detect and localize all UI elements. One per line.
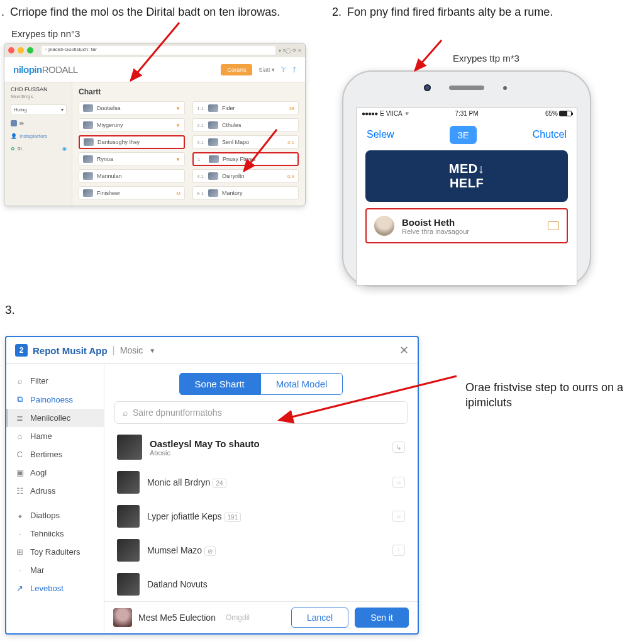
chart-cell[interactable]: Mannulan <box>79 169 185 183</box>
thumb-icon <box>83 189 93 197</box>
twitter-icon[interactable]: 𝕐 <box>281 65 286 74</box>
result-thumb-icon <box>117 435 142 460</box>
sidebar-item[interactable]: ☷Adruss <box>6 482 104 500</box>
sidebar-item[interactable]: 👤Instaplartors <box>11 131 67 141</box>
primary-button[interactable]: Corarrs <box>221 64 252 75</box>
sidebar-item[interactable]: ·Mar <box>6 561 104 579</box>
chart-cell[interactable]: 9 1Mantory <box>192 186 299 200</box>
sidebar-item[interactable]: ⧉Painohoess <box>6 390 104 409</box>
result-row[interactable]: Mumsel Mazo⊘⋮ <box>108 533 414 567</box>
result-row[interactable]: Datland Novuts <box>108 567 414 601</box>
chart-cell[interactable]: 1Pnusy Ftryes <box>192 152 299 166</box>
sidebar-subhead: Monttirrgs <box>11 94 67 99</box>
result-action-icon[interactable]: ○ <box>392 477 405 488</box>
sidebar-item[interactable]: I9 <box>11 118 67 128</box>
clock-label: 7:31 PM <box>455 110 478 117</box>
cell-index: 4.1 <box>197 140 204 145</box>
result-action-icon[interactable]: ↳ <box>392 441 405 453</box>
page-header: nilopinRODALL Corarrs Siatt ▾ 𝕐 ⤴ <box>4 57 305 82</box>
nav-back-button[interactable]: Selew <box>367 129 394 140</box>
nav-title-badge[interactable]: 3E <box>450 126 476 144</box>
sidebar-item-label: Hame <box>30 431 52 441</box>
chart-columns: Dootailsa▼Miygeruny▼Dantusoghy IhsyRynoa… <box>79 101 299 200</box>
sidebar-item-icon: ☷ <box>15 486 25 496</box>
card-text: Booist Heth Relve thra inavsagour <box>402 217 469 235</box>
step2-tip: Exrypes ttp m*3 <box>453 53 519 64</box>
cell-label: Dantusoghy Ihsy <box>97 139 140 145</box>
sidebar-item[interactable]: ↗Levebost <box>6 579 104 597</box>
profile-card[interactable]: Booist Heth Relve thra inavsagour <box>365 208 568 243</box>
cell-label: Mannulan <box>97 173 122 179</box>
chart-cell[interactable]: 4.1Osirynltn0,9 <box>192 169 299 183</box>
cancel-button[interactable]: Lancel <box>291 608 348 628</box>
header-actions: Corarrs Siatt ▾ 𝕐 ⤴ <box>221 64 296 75</box>
thumb-icon <box>208 172 218 180</box>
sidebar-item-icon: ⌂ <box>15 431 25 441</box>
account-dropdown[interactable]: Siatt ▾ <box>258 67 275 73</box>
result-row[interactable]: Oastleysl May To shautoAbosic↳ <box>108 429 414 465</box>
result-title: Mumsel Mazo⊘ <box>147 545 216 555</box>
banner-line2: HELF <box>377 176 557 191</box>
sidebar-item[interactable]: ⌕Filter <box>6 372 104 390</box>
chart-cell[interactable]: Rynoa▼ <box>79 152 185 166</box>
cell-value: ▼ <box>175 106 180 111</box>
sidebar-item[interactable]: ⊞Toy Raduiters <box>6 543 104 561</box>
sidebar-item-label: Meniicollec <box>30 413 70 423</box>
cell-index: 4.1 <box>197 174 204 179</box>
window-close-icon[interactable] <box>8 47 14 53</box>
step3-panel: 3. Orae fristvise step to ourrs on a ipi… <box>5 303 639 635</box>
share-icon[interactable]: ⤴ <box>292 66 296 74</box>
chart-cell[interactable]: Miygeruny▼ <box>79 118 185 132</box>
tab-active[interactable]: Sone Shartt <box>179 373 260 395</box>
sidebar-item[interactable]: Huing▾ <box>11 104 67 115</box>
window-min-icon[interactable] <box>18 47 24 53</box>
search-input[interactable]: ⌕ Saire dpnuntformatohs <box>114 401 408 424</box>
chart-cell[interactable]: Dootailsa▼ <box>79 101 185 115</box>
result-pill: 24 <box>213 479 226 488</box>
toolbar-right[interactable]: ▾ 5◯ ⟳ ≡ <box>279 48 301 53</box>
sidebar-item[interactable]: ≣Meniicollec <box>6 409 104 427</box>
chart-cell[interactable]: 2.1Cthules <box>192 118 299 132</box>
chart-cell[interactable]: FinisheerM <box>79 186 185 200</box>
phone-frame: ●●●●● E VIICA ᯤ 7:31 PM 65% Selew 3E Chu… <box>342 70 591 287</box>
footer-sub: Omgdil <box>226 613 250 622</box>
window-max-icon[interactable] <box>27 47 33 53</box>
sidebar-item[interactable]: ⬥Diatlops <box>6 506 104 525</box>
cell-value: M <box>176 191 180 196</box>
dropdown-icon[interactable]: ▼ <box>149 347 155 354</box>
cell-label: Mantory <box>222 190 243 196</box>
hero-banner: MED↓ HELF <box>365 150 568 202</box>
result-list: Oastleysl May To shautoAbosic↳Monic all … <box>104 429 418 601</box>
sidebar-item[interactable]: ·Tehniicks <box>6 525 104 543</box>
nav-cancel-button[interactable]: Chutcel <box>533 129 567 140</box>
close-icon[interactable]: ✕ <box>399 343 409 357</box>
step1-tip: Exrypes tip nn°3 <box>11 28 314 39</box>
result-row[interactable]: Monic all Brdryn24○ <box>108 465 414 499</box>
sidebar-item-label: Aogl <box>30 468 47 477</box>
result-action-icon[interactable]: ⋮ <box>392 545 405 556</box>
thumb-icon <box>209 155 219 163</box>
dialog-main: Sone Shartt Motal Model ⌕ Saire dpnuntfo… <box>104 364 418 633</box>
tab-inactive[interactable]: Motal Model <box>260 373 343 395</box>
browser-window: ◦ placeb·Guldisiuch: tar ▾ 5◯ ⟳ ≡ nilopi… <box>4 43 306 206</box>
step1-text: . Crriope find the mol os the Dirital ba… <box>1 5 313 19</box>
sidebar-item[interactable]: ▣Aogl <box>6 464 104 482</box>
chart-cell[interactable]: 4.1Senl Mapo2.1 <box>192 135 299 149</box>
cell-index: 2.1 <box>197 123 204 128</box>
sidebar-item[interactable]: ✿0I.◉ <box>11 144 67 153</box>
banner-line1: MED↓ <box>377 162 557 176</box>
result-action-icon[interactable]: ○ <box>392 511 405 522</box>
address-bar[interactable]: ◦ placeb·Guldisiuch: tar <box>42 46 275 55</box>
cell-label: Fider <box>222 105 235 111</box>
cell-value: 0,9 <box>287 174 294 179</box>
avatar-icon <box>374 216 394 236</box>
chart-cell[interactable]: Dantusoghy Ihsy <box>79 135 185 149</box>
chart-cell[interactable]: 1.1Fider3▾ <box>192 101 299 115</box>
result-thumb-icon <box>117 471 140 494</box>
step2-text: 2. Fon pny find fired firbants alty be a… <box>332 5 640 19</box>
result-row[interactable]: Lyper jofiattle Keps191○ <box>108 499 414 533</box>
send-button[interactable]: Sen it <box>355 608 409 628</box>
sidebar-item[interactable]: CBertimes <box>6 445 104 464</box>
sidebar-item[interactable]: ⌂Hame <box>6 427 104 445</box>
thumb-icon <box>208 189 218 197</box>
